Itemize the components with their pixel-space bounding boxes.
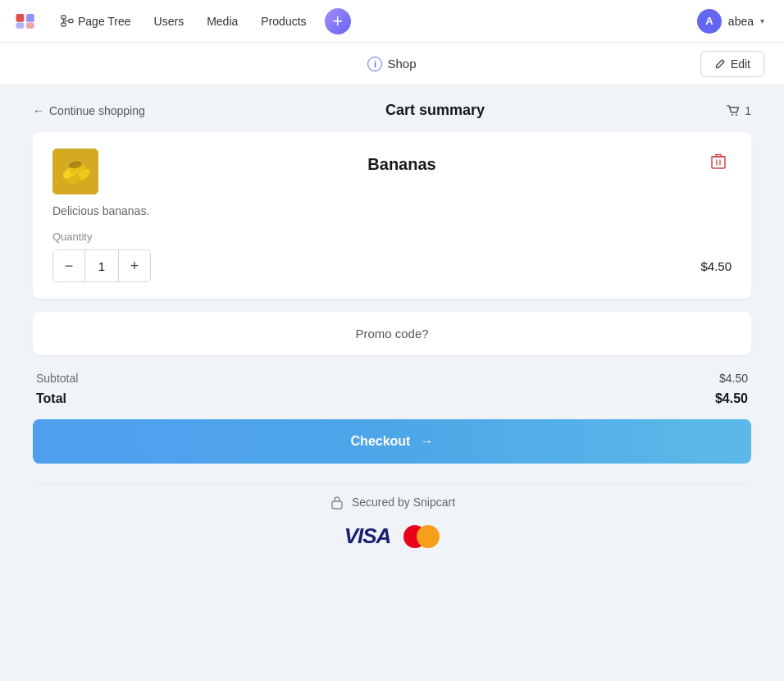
total-row: Total $4.50 [36, 391, 748, 406]
svg-rect-19 [712, 157, 725, 168]
info-icon: i [367, 57, 382, 71]
mastercard-icon [403, 525, 440, 548]
user-menu[interactable]: A abea ▾ [691, 6, 771, 37]
lock-icon [329, 494, 345, 510]
edit-button[interactable]: Edit [700, 51, 764, 77]
quantity-row: − 1 + $4.50 [52, 249, 732, 282]
svg-point-11 [736, 114, 737, 116]
nav-page-tree[interactable]: Page Tree [52, 10, 139, 33]
nav-media-label: Media [207, 15, 238, 28]
product-price: $4.50 [700, 259, 732, 273]
svg-rect-3 [16, 22, 25, 28]
product-name: Bananas [98, 149, 705, 174]
quantity-increase-button[interactable]: + [119, 250, 150, 281]
svg-rect-6 [62, 23, 66, 26]
subtotal-value: $4.50 [719, 372, 748, 385]
nav-products[interactable]: Products [253, 10, 314, 33]
promo-label: Promo code? [355, 327, 428, 340]
cart-count-label: 1 [745, 104, 751, 117]
quantity-label: Quantity [52, 231, 732, 243]
cart-icon [725, 103, 741, 119]
add-icon: + [332, 12, 343, 30]
quantity-decrease-button[interactable]: − [53, 250, 84, 281]
trash-icon [711, 153, 726, 170]
product-card: Bananas Delicious bananas. Quantity − 1 [33, 132, 751, 299]
main-content: ← Continue shopping Cart summary 1 [0, 85, 784, 578]
svg-rect-4 [26, 22, 34, 28]
total-value: $4.50 [715, 391, 748, 406]
svg-rect-1 [16, 13, 25, 21]
add-button[interactable]: + [325, 8, 351, 34]
subheader: i Shop Edit [0, 43, 784, 85]
quantity-control: − 1 + [52, 249, 151, 282]
subtotal-label: Subtotal [36, 372, 78, 385]
checkout-button[interactable]: Checkout → [33, 419, 751, 464]
cart-item-count: 1 [725, 103, 751, 119]
shop-label: Shop [387, 57, 416, 71]
secured-section: Secured by Snipcart VISA [33, 483, 751, 562]
product-image [52, 149, 98, 194]
continue-shopping-button[interactable]: ← Continue shopping [33, 104, 145, 117]
secured-row: Secured by Snipcart [33, 494, 751, 510]
quantity-value: 1 [84, 250, 119, 281]
secured-label: Secured by Snipcart [352, 496, 455, 509]
checkout-label: Checkout [351, 434, 411, 449]
totals-section: Subtotal $4.50 Total $4.50 [33, 372, 751, 406]
nav-page-tree-label: Page Tree [78, 15, 131, 28]
payment-icons: VISA [33, 523, 751, 549]
chevron-down-icon: ▾ [760, 16, 764, 25]
nav-products-label: Products [261, 15, 306, 28]
arrow-left-icon: ← [33, 104, 44, 117]
svg-rect-2 [26, 13, 34, 21]
top-navigation: Page Tree Users Media Products + A abea … [0, 0, 784, 43]
arrow-right-icon: → [420, 434, 433, 449]
username-label: abea [728, 15, 754, 28]
page-tree-icon [61, 15, 74, 28]
total-label: Total [36, 391, 66, 406]
product-description: Delicious bananas. [52, 204, 732, 217]
nav-users[interactable]: Users [146, 10, 193, 33]
logo[interactable] [13, 7, 46, 36]
nav-media[interactable]: Media [198, 10, 246, 33]
nav-users-label: Users [154, 15, 185, 28]
edit-icon [714, 58, 726, 70]
subtotal-row: Subtotal $4.50 [36, 372, 748, 385]
product-top-row: Bananas [52, 149, 732, 194]
svg-rect-5 [62, 16, 66, 19]
delete-product-button[interactable] [705, 149, 732, 175]
svg-point-10 [732, 114, 733, 116]
svg-rect-26 [332, 501, 342, 509]
avatar: A [697, 9, 722, 34]
cart-title: Cart summary [385, 102, 485, 119]
promo-code-button[interactable]: Promo code? [33, 312, 751, 355]
visa-icon: VISA [344, 523, 391, 549]
svg-rect-7 [69, 19, 73, 22]
continue-shopping-label: Continue shopping [49, 104, 145, 117]
shop-indicator: i Shop [367, 57, 416, 71]
cart-header: ← Continue shopping Cart summary 1 [33, 102, 751, 119]
banana-image [52, 149, 98, 194]
